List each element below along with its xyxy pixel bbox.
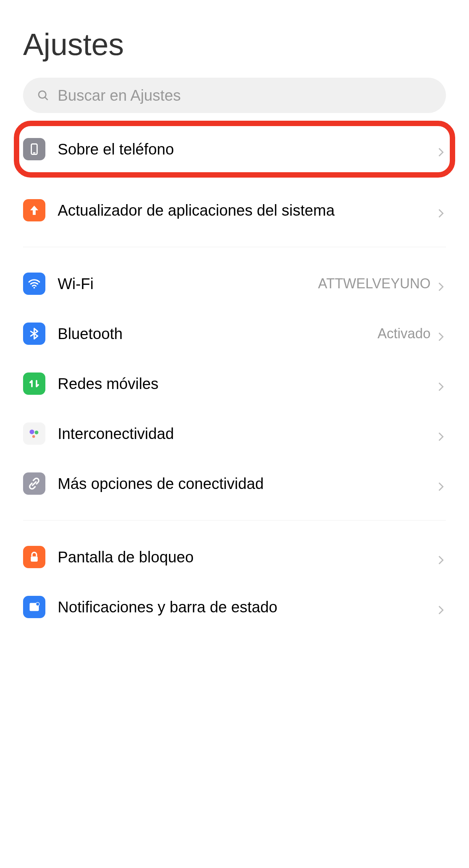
- lock-icon: [23, 546, 45, 568]
- link-icon: [23, 472, 45, 495]
- row-mobile-networks[interactable]: Redes móviles: [23, 359, 446, 409]
- mobile-data-icon: [23, 372, 45, 395]
- chevron-right-icon: [437, 552, 446, 562]
- row-wifi[interactable]: Wi-Fi ATTWELVEYUNO: [23, 259, 446, 309]
- chevron-right-icon: [437, 379, 446, 388]
- chevron-right-icon: [437, 206, 446, 215]
- row-about-phone[interactable]: Sobre el teléfono: [23, 130, 446, 168]
- divider: [23, 247, 446, 247]
- row-more-connectivity[interactable]: Más opciones de conectividad: [23, 459, 446, 509]
- search-bar[interactable]: [23, 78, 446, 113]
- search-icon: [37, 89, 49, 101]
- highlighted-ring: Sobre el teléfono: [14, 121, 455, 178]
- upload-arrow-icon: [23, 199, 45, 221]
- setting-label: Notificaciones y barra de estado: [58, 597, 437, 617]
- svg-point-0: [39, 91, 46, 98]
- bluetooth-icon: [23, 323, 45, 345]
- wifi-icon: [23, 273, 45, 295]
- setting-label: Interconectividad: [58, 424, 437, 444]
- chevron-right-icon: [437, 479, 446, 488]
- setting-label: Sobre el teléfono: [58, 139, 437, 159]
- setting-label: Wi-Fi: [58, 274, 318, 294]
- row-interconnectivity[interactable]: Interconectividad: [23, 409, 446, 459]
- setting-label: Actualizador de aplicaciones del sistema: [58, 200, 437, 220]
- row-notifications[interactable]: Notificaciones y barra de estado: [23, 582, 446, 632]
- row-system-updater[interactable]: Actualizador de aplicaciones del sistema: [23, 185, 446, 235]
- svg-rect-8: [31, 557, 38, 562]
- chevron-right-icon: [437, 279, 446, 288]
- chevron-right-icon: [437, 602, 446, 612]
- svg-point-4: [33, 287, 35, 288]
- search-input[interactable]: [58, 87, 432, 104]
- svg-point-10: [36, 602, 40, 606]
- svg-point-5: [30, 430, 34, 434]
- setting-label: Más opciones de conectividad: [58, 474, 437, 494]
- setting-label: Bluetooth: [58, 324, 378, 344]
- chevron-right-icon: [437, 329, 446, 338]
- svg-line-1: [45, 97, 48, 100]
- chevron-right-icon: [437, 429, 446, 438]
- svg-point-7: [32, 435, 35, 438]
- row-lock-screen[interactable]: Pantalla de bloqueo: [23, 532, 446, 582]
- notifications-icon: [23, 596, 45, 618]
- svg-point-6: [35, 431, 38, 434]
- row-bluetooth[interactable]: Bluetooth Activado: [23, 309, 446, 359]
- divider: [23, 520, 446, 520]
- interconnectivity-icon: [23, 422, 45, 445]
- setting-label: Redes móviles: [58, 374, 437, 394]
- chevron-right-icon: [437, 145, 446, 154]
- setting-value: Activado: [378, 326, 431, 342]
- setting-value: ATTWELVEYUNO: [318, 276, 431, 292]
- setting-label: Pantalla de bloqueo: [58, 547, 437, 567]
- page-title: Ajustes: [23, 0, 446, 78]
- phone-icon: [23, 138, 45, 160]
